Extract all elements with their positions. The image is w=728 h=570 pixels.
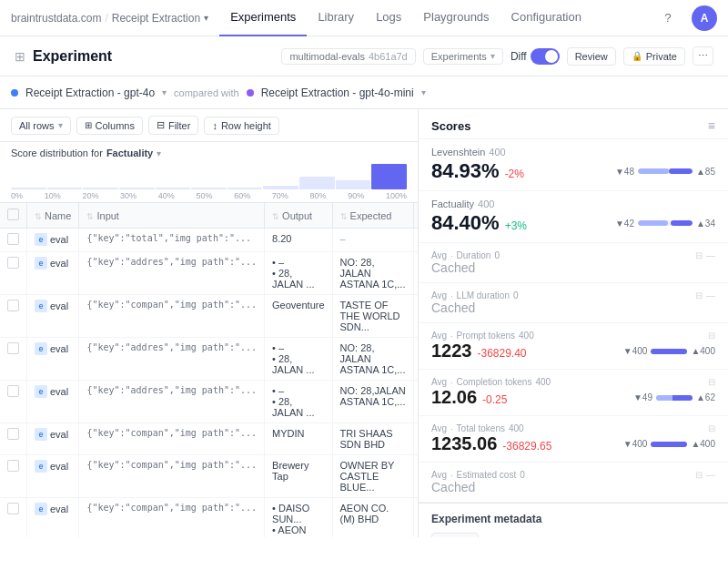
- hist-labels: 0% 10% 20% 30% 40% 50% 60% 70% 80% 90% 1…: [11, 191, 407, 200]
- input-value: {"key":"compan","img_path":"...: [86, 503, 257, 513]
- factuality-name: Factuality: [431, 198, 474, 209]
- row-name[interactable]: e eval: [27, 381, 79, 423]
- completion-bar-left: ▼49: [633, 392, 652, 402]
- factuality-bar-right: ▲34: [696, 219, 715, 229]
- experiments-badge-label: Experiments: [431, 51, 487, 62]
- row-checkbox[interactable]: [7, 503, 19, 514]
- expected-value: NO: 28, JALAN ASTANA 1C,...: [340, 342, 406, 375]
- columns-button[interactable]: ⊞ Columns: [76, 117, 143, 135]
- review-button[interactable]: Review: [567, 47, 616, 66]
- experiments-tab-badge[interactable]: Experiments ▾: [423, 48, 503, 65]
- tab-logs[interactable]: Logs: [365, 0, 412, 36]
- diff-toggle-wrap: Diff: [511, 48, 560, 65]
- completion-value-row: 12.06 -0.25 ▼49 ▲62: [431, 387, 715, 408]
- avg-duration-row: Avg · Duration 0 ⊟ — Cached: [419, 243, 728, 283]
- tab-experiments[interactable]: Experiments: [219, 0, 307, 36]
- row-output: 8.20: [265, 229, 332, 252]
- completion-value-wrap: 12.06 -0.25: [431, 387, 507, 408]
- avg-duration-name: Duration: [457, 250, 491, 260]
- right-experiment[interactable]: Receipt Extraction - gpt-4o-mini: [261, 87, 414, 99]
- filter-label: Filter: [168, 120, 190, 131]
- avg-duration-dot: ·: [450, 251, 453, 260]
- expected-value: AEON CO. (M) BHD: [340, 503, 389, 524]
- nav-tabs: Experiments Library Logs Playgrounds Con…: [219, 0, 592, 36]
- eval-icon: e: [35, 428, 47, 441]
- row-name[interactable]: e eval: [27, 252, 79, 295]
- row-expected: OWNER BY CASTLE BLUE...: [332, 455, 413, 498]
- avg-total-delta: -36829.65: [502, 440, 551, 453]
- table-row: e eval {"key":"compan","img_path":"... G…: [0, 295, 419, 338]
- private-button[interactable]: 🔒 Private: [623, 47, 685, 66]
- duration-filter-icon[interactable]: ⊟: [695, 250, 703, 260]
- yaml-toggle-button[interactable]: YAML ▾: [431, 533, 479, 537]
- more-button[interactable]: ⋯: [693, 46, 713, 66]
- row-name[interactable]: e eval: [27, 229, 79, 252]
- toolbar: All rows ▾ ⊞ Columns ⊟ Filter ↕ Row heig…: [0, 109, 418, 142]
- row-check[interactable]: [0, 295, 27, 338]
- row-check[interactable]: [0, 229, 27, 252]
- tab-configuration[interactable]: Configuration: [500, 0, 592, 36]
- row-checkbox[interactable]: [7, 460, 19, 472]
- row-height-button[interactable]: ↕ Row height: [204, 117, 279, 135]
- tab-library[interactable]: Library: [307, 0, 365, 36]
- row-check[interactable]: [0, 252, 27, 295]
- total-filter-icon[interactable]: ⊟: [708, 423, 715, 433]
- table-row: e eval {"key":"compan","img_path":"... M…: [0, 423, 419, 455]
- row-name[interactable]: e eval: [27, 295, 79, 338]
- avg-cost-value: Cached: [431, 480, 475, 494]
- right-chevron: ▾: [421, 87, 426, 97]
- levenshtein-bar-right: ▲85: [696, 167, 715, 177]
- col-header-input[interactable]: ⇅ Input: [79, 203, 265, 229]
- row-height-icon: ↕: [212, 120, 217, 131]
- left-experiment[interactable]: Receipt Extraction - gpt-4o: [25, 87, 155, 99]
- output-value: • –• 28, JALAN ...: [272, 385, 314, 418]
- output-value: 8.20: [272, 233, 291, 244]
- row-check[interactable]: [0, 498, 27, 538]
- col-header-output[interactable]: ⇅ Output: [265, 203, 332, 229]
- avg-completion-delta: -0.25: [482, 393, 507, 406]
- diff-toggle[interactable]: [531, 48, 560, 65]
- breadcrumb-project[interactable]: Receipt Extraction: [112, 12, 200, 25]
- avatar: A: [692, 5, 717, 31]
- row-expected: NO: 28, JALAN ASTANA 1C,...: [332, 252, 413, 295]
- total-value-row: 1235.06 -36829.65 ▼400 ▲400: [431, 433, 715, 454]
- row-name[interactable]: e eval: [27, 338, 79, 381]
- filter-button[interactable]: ⊟ Filter: [148, 116, 198, 135]
- score-dist-metric[interactable]: Factuality: [106, 148, 153, 158]
- table-row: e eval {"key":"total","img_path":"... 8.…: [0, 229, 419, 252]
- tab-playgrounds[interactable]: Playgrounds: [412, 0, 500, 36]
- scores-filter-icon[interactable]: ≡: [708, 118, 715, 133]
- avg-cost-dot: ·: [450, 471, 453, 480]
- row-check[interactable]: [0, 338, 27, 381]
- select-all-checkbox[interactable]: [7, 209, 19, 220]
- row-checkbox[interactable]: [7, 342, 19, 354]
- row-output: • DAISO SUN...• AEON CO. (...: [265, 498, 332, 538]
- row-checkbox[interactable]: [7, 257, 19, 269]
- prompt-bars: ▼400 ▲400: [623, 346, 715, 356]
- completion-filter-icon[interactable]: ⊟: [708, 377, 715, 387]
- sub-header-right: multimodal-evals 4b61a7d Experiments ▾ D…: [281, 46, 713, 66]
- row-checkbox[interactable]: [7, 300, 19, 311]
- avg-prompt-tokens-row: Avg · Prompt tokens 400 ⊟ 1223 -36829.40…: [419, 323, 728, 370]
- hist-bar-8: [299, 177, 335, 189]
- levenshtein-count: 400: [489, 147, 505, 158]
- row-check[interactable]: [0, 381, 27, 423]
- row-name[interactable]: e eval: [27, 498, 79, 538]
- llm-filter-icon[interactable]: ⊟: [695, 290, 703, 300]
- help-button[interactable]: ?: [655, 5, 681, 31]
- col-header-expected[interactable]: ⇅ Expected: [332, 203, 413, 229]
- row-check[interactable]: [0, 423, 27, 455]
- breadcrumb-site[interactable]: braintrustdata.com: [11, 12, 101, 25]
- col-header-name[interactable]: ⇅ Name: [27, 203, 79, 229]
- cost-filter-icon[interactable]: ⊟: [695, 470, 703, 480]
- row-checkbox[interactable]: [7, 428, 19, 440]
- expected-value: –: [340, 233, 346, 244]
- row-name[interactable]: e eval: [27, 455, 79, 498]
- row-name[interactable]: e eval: [27, 423, 79, 455]
- row-checkbox[interactable]: [7, 233, 19, 245]
- prompt-filter-icon[interactable]: ⊟: [708, 331, 715, 341]
- all-rows-button[interactable]: All rows ▾: [11, 117, 71, 135]
- row-checkbox[interactable]: [7, 385, 19, 397]
- experiment-badge[interactable]: multimodal-evals 4b61a7d: [281, 48, 415, 65]
- row-check[interactable]: [0, 455, 27, 498]
